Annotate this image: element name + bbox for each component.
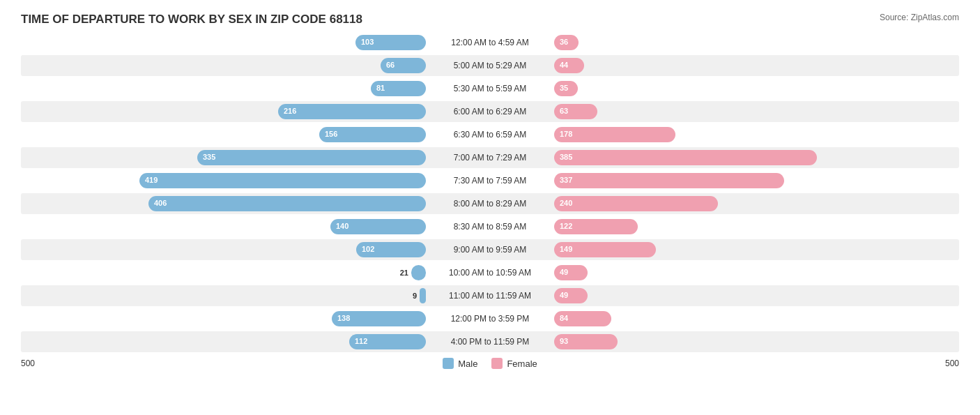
male-bar: 138	[332, 311, 426, 326]
male-value-inside: 103	[355, 38, 379, 46]
left-bars-wrapper: 66	[21, 55, 427, 76]
male-bar-container: 112	[21, 334, 427, 349]
male-bar-container: 138	[21, 311, 427, 326]
female-bar: 385	[554, 150, 817, 165]
chart-title: TIME OF DEPARTURE TO WORK BY SEX IN ZIP …	[21, 13, 959, 27]
right-bars-wrapper: 385	[553, 147, 959, 168]
time-label: 12:00 AM to 4:59 AM	[427, 38, 553, 47]
chart-container: TIME OF DEPARTURE TO WORK BY SEX IN ZIP …	[0, 0, 980, 415]
chart-row: 21 10:00 AM to 10:59 AM 49	[21, 262, 959, 283]
left-bars-wrapper: 335	[21, 147, 427, 168]
time-label: 6:30 AM to 6:59 AM	[427, 130, 553, 139]
male-bar-container: 66	[21, 58, 427, 73]
male-bar-container: 335	[21, 150, 427, 165]
female-value-inside: 84	[554, 314, 574, 322]
source-label: Source: ZipAtlas.com	[880, 13, 959, 22]
male-bar-container: 102	[21, 242, 427, 257]
female-bar: 337	[554, 173, 784, 188]
female-value-inside: 36	[554, 38, 574, 46]
chart-row: 140 8:30 AM to 8:59 AM 122	[21, 216, 959, 237]
male-value-inside: 406	[148, 199, 172, 207]
right-bars-wrapper: 240	[553, 193, 959, 214]
legend-female: Female	[491, 358, 537, 369]
female-bar: 240	[554, 196, 718, 211]
male-bar: 419	[139, 173, 426, 188]
right-bars-wrapper: 84	[553, 308, 959, 329]
right-bars-wrapper: 337	[553, 170, 959, 191]
left-bars-wrapper: 9	[21, 285, 427, 306]
left-bars-wrapper: 21	[21, 262, 427, 283]
male-bar-container: 156	[21, 127, 427, 142]
left-bars-wrapper: 216	[21, 101, 427, 122]
female-bar-container: 240	[553, 196, 959, 211]
male-value-inside: 102	[356, 245, 380, 253]
left-bars-wrapper: 81	[21, 78, 427, 99]
time-label: 6:00 AM to 6:29 AM	[427, 107, 553, 116]
right-bars-wrapper: 178	[553, 124, 959, 145]
chart-row: 81 5:30 AM to 5:59 AM 35	[21, 78, 959, 99]
male-bar: 81	[371, 81, 426, 96]
right-bars-wrapper: 93	[553, 331, 959, 352]
chart-row: 216 6:00 AM to 6:29 AM 63	[21, 101, 959, 122]
female-bar-container: 63	[553, 104, 959, 119]
female-bar-container: 385	[553, 150, 959, 165]
male-value-inside: 112	[349, 337, 373, 345]
male-bar: 102	[356, 242, 426, 257]
male-value-inside: 156	[319, 130, 343, 138]
chart-row: 406 8:00 AM to 8:29 AM 240	[21, 193, 959, 214]
legend: Male Female	[443, 358, 537, 369]
female-value-inside: 63	[554, 107, 574, 115]
female-value-inside: 93	[554, 337, 574, 345]
female-bar-container: 337	[553, 173, 959, 188]
female-value-inside: 178	[554, 130, 578, 138]
female-bar-container: 44	[553, 58, 959, 73]
chart-row: 112 4:00 PM to 11:59 PM 93	[21, 331, 959, 352]
chart-row: 138 12:00 PM to 3:59 PM 84	[21, 308, 959, 329]
female-value-inside: 149	[554, 245, 578, 253]
female-color-box	[491, 358, 503, 369]
chart-row: 419 7:30 AM to 7:59 AM 337	[21, 170, 959, 191]
time-label: 5:00 AM to 5:29 AM	[427, 61, 553, 70]
female-bar-container: 93	[553, 334, 959, 349]
male-bar: 335	[197, 150, 426, 165]
time-label: 8:00 AM to 8:29 AM	[427, 199, 553, 209]
right-bars-wrapper: 63	[553, 101, 959, 122]
female-bar-container: 49	[553, 288, 959, 303]
male-bar: 156	[319, 127, 426, 142]
female-bar: 49	[554, 288, 588, 303]
scale-right: 500	[924, 359, 959, 368]
male-bar-container: 419	[21, 173, 427, 188]
time-label: 7:30 AM to 7:59 AM	[427, 176, 553, 186]
legend-male: Male	[443, 358, 477, 369]
male-value-inside: 419	[139, 176, 163, 184]
female-bar: 63	[554, 104, 597, 119]
left-bars-wrapper: 419	[21, 170, 427, 191]
male-bar	[420, 288, 426, 303]
time-label: 11:00 AM to 11:59 AM	[427, 291, 553, 301]
female-bar-container: 36	[553, 35, 959, 50]
female-label: Female	[507, 359, 537, 369]
female-bar-container: 49	[553, 265, 959, 280]
female-value-inside: 122	[554, 222, 578, 230]
chart-row: 9 11:00 AM to 11:59 AM 49	[21, 285, 959, 306]
male-bar: 103	[355, 35, 426, 50]
female-value-inside: 49	[554, 268, 574, 276]
female-bar: 149	[554, 242, 656, 257]
time-label: 7:00 AM to 7:29 AM	[427, 153, 553, 163]
female-value-inside: 385	[554, 153, 578, 161]
female-value-inside: 337	[554, 176, 578, 184]
left-bars-wrapper: 406	[21, 193, 427, 214]
female-bar-container: 35	[553, 81, 959, 96]
chart-row: 66 5:00 AM to 5:29 AM 44	[21, 55, 959, 76]
male-bar-container: 216	[21, 104, 427, 119]
male-bar-container: 21	[21, 265, 427, 280]
time-label: 4:00 PM to 11:59 PM	[427, 337, 553, 347]
female-bar-container: 122	[553, 219, 959, 234]
right-bars-wrapper: 35	[553, 78, 959, 99]
left-bars-wrapper: 103	[21, 32, 427, 53]
female-bar: 178	[554, 127, 675, 142]
time-label: 8:30 AM to 8:59 AM	[427, 222, 553, 232]
male-value-inside: 335	[197, 153, 221, 161]
female-bar-container: 84	[553, 311, 959, 326]
female-bar: 93	[554, 334, 618, 349]
